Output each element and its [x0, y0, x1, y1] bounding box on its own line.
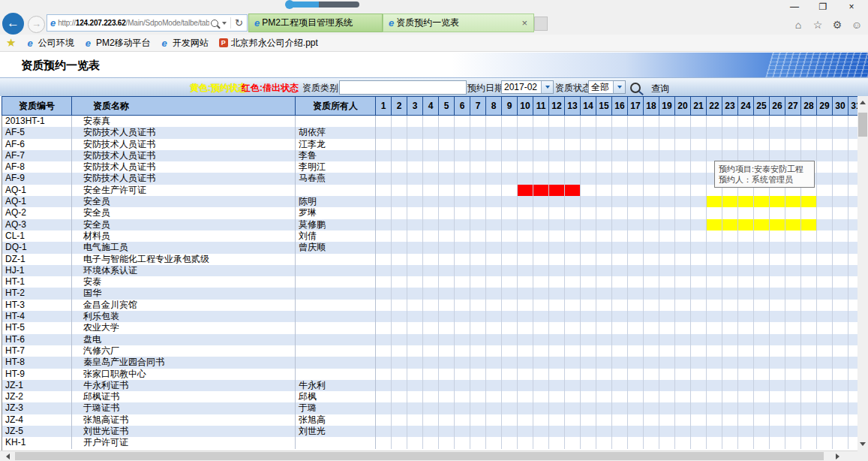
- day-cell-reserved[interactable]: [707, 196, 722, 207]
- day-cell-borrowed[interactable]: [533, 185, 549, 196]
- day-cell-reserved[interactable]: [801, 219, 817, 230]
- day-cell: [801, 322, 817, 333]
- day-cell: [675, 380, 691, 391]
- day-cell-reserved[interactable]: [722, 196, 738, 207]
- qualification-owner-cell: [296, 334, 376, 345]
- overlay-slider[interactable]: [287, 2, 359, 8]
- day-cell: [486, 161, 502, 173]
- day-cell: [848, 230, 857, 242]
- day-cell-reserved[interactable]: [738, 219, 754, 230]
- day-cell: [612, 402, 628, 414]
- scroll-up-button[interactable]: [857, 96, 868, 109]
- table-row: HT-3金昌金川宾馆: [2, 300, 857, 311]
- day-cell: [407, 334, 423, 345]
- search-button[interactable]: 查询: [651, 83, 669, 95]
- day-cell: [596, 150, 612, 161]
- chevron-down-icon[interactable]: [541, 81, 553, 93]
- day-cell: [407, 265, 423, 276]
- day-cell: [439, 161, 455, 173]
- maximize-button[interactable]: ❐: [814, 2, 832, 12]
- url-text[interactable]: http://124.207.223.62/Main/SdpoMode/talb…: [58, 19, 209, 27]
- qualification-name-cell: 安全员: [72, 196, 296, 207]
- date-select[interactable]: 2017-02: [501, 80, 554, 94]
- day-column-header: 21: [691, 97, 707, 115]
- day-cell: [376, 196, 392, 207]
- tab-close-icon[interactable]: ×: [520, 17, 529, 29]
- day-cell: [407, 150, 423, 161]
- overlay-slider-knob[interactable]: [285, 0, 294, 9]
- day-cell-reserved[interactable]: [770, 219, 785, 230]
- qualification-name-cell: 安防技术人员证书: [72, 150, 296, 161]
- day-cell-borrowed[interactable]: [565, 185, 581, 196]
- day-cell: [518, 254, 533, 265]
- refresh-icon[interactable]: ↻: [230, 17, 243, 29]
- scroll-left-button[interactable]: [2, 451, 14, 461]
- day-cell: [612, 357, 628, 368]
- vertical-scroll-thumb[interactable]: [858, 113, 867, 137]
- day-cell-reserved[interactable]: [722, 219, 738, 230]
- qualification-owner-cell: 刘倩: [296, 230, 376, 242]
- day-cell: [518, 161, 533, 173]
- favorite-item-company[interactable]: e公司环境: [26, 37, 74, 50]
- category-input[interactable]: [339, 80, 467, 95]
- day-column-header: 13: [565, 97, 581, 115]
- horizontal-scroll-thumb[interactable]: [15, 452, 824, 460]
- legend-borrowed: 红色:借出状态: [242, 82, 299, 95]
- home-icon[interactable]: ⌂: [791, 19, 805, 31]
- day-cell: [691, 254, 707, 265]
- day-cell-reserved[interactable]: [785, 219, 801, 230]
- day-cell: [407, 276, 423, 288]
- day-cell: [801, 127, 817, 138]
- magnifier-icon[interactable]: [630, 83, 641, 93]
- forward-icon: →: [32, 18, 41, 29]
- search-dropdown-icon[interactable]: [222, 22, 227, 25]
- new-tab-button[interactable]: [534, 17, 548, 31]
- day-cell-reserved[interactable]: [738, 196, 754, 207]
- day-cell-reserved[interactable]: [770, 196, 785, 207]
- favorites-icon[interactable]: ☆: [811, 19, 824, 31]
- day-cell: [581, 150, 596, 161]
- favorites-star-icon[interactable]: ★: [6, 36, 16, 50]
- vertical-scrollbar[interactable]: [857, 96, 868, 450]
- tab-qualification-list[interactable]: e 资质预约一览表 ×: [383, 14, 534, 32]
- forward-button[interactable]: →: [28, 16, 45, 33]
- status-select[interactable]: 全部: [588, 80, 626, 94]
- day-cell: [549, 311, 565, 322]
- favorite-item-pm2-mobile[interactable]: ePM2移动平台: [85, 37, 151, 50]
- day-cell-reserved[interactable]: [801, 196, 817, 207]
- favorite-item-ppt[interactable]: P北京邦永公司介绍.ppt: [219, 37, 318, 50]
- table-row: HJ-1环境体系认证: [2, 265, 857, 276]
- horizontal-scrollbar[interactable]: [0, 450, 857, 461]
- day-cell-reserved[interactable]: [707, 219, 722, 230]
- search-icon[interactable]: [211, 20, 218, 27]
- close-button[interactable]: ×: [842, 2, 860, 12]
- address-bar[interactable]: e http://124.207.223.62/Main/SdpoMode/ta…: [47, 14, 248, 32]
- day-cell: [439, 265, 455, 276]
- day-cell: [833, 357, 848, 368]
- qualification-name-cell: 安泰: [72, 276, 296, 288]
- favorite-item-dev-site[interactable]: e开发网站: [161, 37, 209, 50]
- day-cell-borrowed[interactable]: [518, 185, 533, 196]
- day-cell: [376, 185, 392, 196]
- minimize-button[interactable]: —: [785, 2, 803, 12]
- day-cell: [628, 345, 644, 357]
- day-cell: [675, 391, 691, 402]
- settings-gear-icon[interactable]: ⚙: [830, 19, 844, 31]
- day-cell: [549, 322, 565, 333]
- tab-pm2-system[interactable]: e PM2工程项目管理系统: [248, 14, 383, 32]
- day-cell: [707, 265, 722, 276]
- day-cell-reserved[interactable]: [754, 219, 770, 230]
- day-cell-reserved[interactable]: [785, 196, 801, 207]
- back-button[interactable]: ←: [2, 13, 24, 35]
- day-cell-reserved[interactable]: [754, 196, 770, 207]
- day-cell: [801, 265, 817, 276]
- day-cell: [659, 426, 675, 437]
- day-cell-borrowed[interactable]: [549, 185, 565, 196]
- day-cell: [817, 322, 833, 333]
- qualification-owner-cell: [296, 322, 376, 333]
- feedback-smiley-icon[interactable]: ☺: [850, 19, 863, 31]
- day-cell: [423, 196, 439, 207]
- scroll-down-button[interactable]: [857, 438, 868, 450]
- scroll-right-button[interactable]: [831, 451, 843, 461]
- chevron-down-icon[interactable]: [613, 81, 625, 93]
